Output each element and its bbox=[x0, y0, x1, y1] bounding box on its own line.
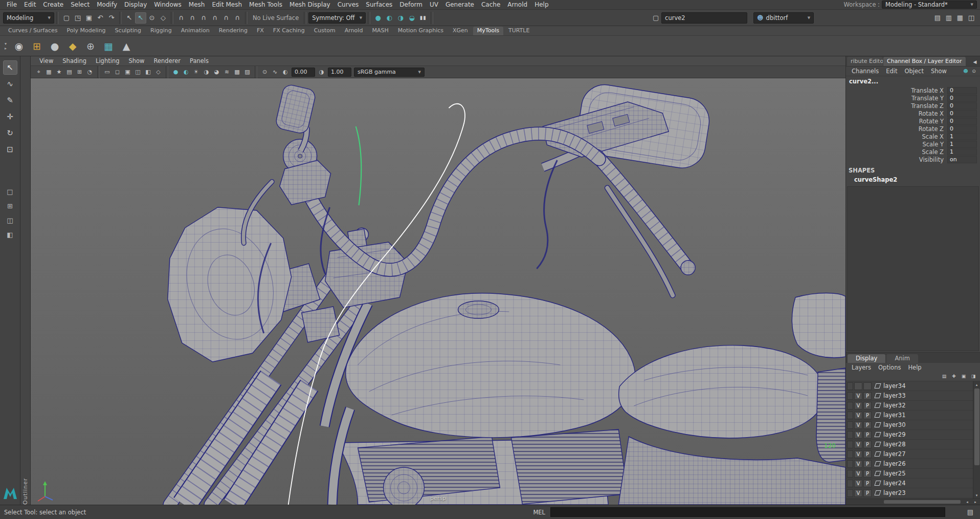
shelf-tab-arnold[interactable]: Arnold bbox=[341, 27, 367, 35]
menu-file[interactable]: File bbox=[3, 0, 20, 9]
layer-visibility-toggle[interactable] bbox=[854, 382, 862, 390]
layer-name[interactable]: layer34 bbox=[883, 382, 905, 390]
shelf-tab-fx[interactable]: FX bbox=[253, 27, 268, 35]
layer-visibility-toggle[interactable]: V bbox=[854, 489, 862, 497]
workspace-selector[interactable]: Modeling - Standard* ▼ bbox=[882, 1, 977, 9]
save-scene-icon[interactable]: ▣ bbox=[83, 12, 95, 24]
layer-visibility-toggle[interactable]: V bbox=[854, 460, 862, 468]
layer-visibility-toggle[interactable]: V bbox=[854, 412, 862, 419]
open-scene-icon[interactable]: ◳ bbox=[72, 12, 83, 24]
layer-current-cell[interactable] bbox=[847, 450, 853, 458]
gamma-toggle-icon[interactable]: ◑ bbox=[317, 67, 326, 77]
layer-playback-toggle[interactable]: P bbox=[863, 480, 872, 487]
channel-row[interactable]: Scale Y 1 bbox=[846, 140, 980, 148]
channel-value[interactable]: 0 bbox=[947, 110, 977, 117]
lasso-tool-button[interactable]: ∿ bbox=[3, 77, 17, 91]
section-collapse-grip[interactable] bbox=[304, 12, 306, 24]
menu-mesh-display[interactable]: Mesh Display bbox=[286, 0, 334, 9]
sidebar-tool-settings-icon[interactable]: ▥ bbox=[943, 12, 954, 24]
render-current-frame-icon[interactable]: ● bbox=[372, 12, 384, 24]
shadows-icon[interactable]: ◑ bbox=[202, 67, 211, 77]
layer-row[interactable]: V P layer23 bbox=[846, 488, 973, 498]
two-d-pan-zoom-icon[interactable]: ⊞ bbox=[75, 67, 84, 77]
layer-playback-toggle[interactable]: P bbox=[863, 402, 872, 409]
layer-swatch-icon[interactable] bbox=[874, 451, 881, 457]
layer-current-cell[interactable] bbox=[847, 431, 853, 439]
layer-menu-layers[interactable]: Layers bbox=[848, 364, 875, 371]
move-layer-icon[interactable]: ◨ bbox=[969, 372, 977, 380]
layer-current-cell[interactable] bbox=[847, 470, 853, 478]
menu-edit[interactable]: Edit bbox=[20, 0, 39, 9]
make-live-icon[interactable]: ∩ bbox=[232, 12, 243, 24]
select-asset-icon[interactable]: ◇ bbox=[158, 12, 169, 24]
pause-viewport-icon[interactable]: ▮▮ bbox=[417, 12, 429, 24]
snap-curve-icon[interactable]: ∩ bbox=[187, 12, 198, 24]
layer-playback-toggle[interactable]: P bbox=[863, 431, 872, 439]
layer-playback-toggle[interactable]: P bbox=[863, 412, 872, 419]
bookmarks-icon[interactable]: ★ bbox=[54, 67, 64, 77]
xray-display-icon[interactable]: ▨ bbox=[242, 67, 252, 77]
channelbox-anim-icon[interactable]: ☻ bbox=[962, 67, 970, 75]
channel-box-menu-show[interactable]: Show bbox=[927, 68, 950, 75]
quick-rename-field[interactable]: curve2 bbox=[661, 12, 747, 24]
channel-row[interactable]: Translate X 0 bbox=[846, 86, 980, 94]
section-collapse-grip[interactable] bbox=[245, 12, 248, 24]
layer-row[interactable]: V P layer27 bbox=[846, 449, 973, 459]
resolution-gate-icon[interactable]: ◻ bbox=[113, 67, 122, 77]
channel-value[interactable]: 1 bbox=[947, 148, 977, 156]
layer-current-cell[interactable] bbox=[847, 441, 853, 448]
layer-row[interactable]: layer34 bbox=[846, 381, 973, 391]
layer-current-cell[interactable] bbox=[847, 480, 853, 487]
view-transform-selector[interactable]: sRGB gamma ▼ bbox=[354, 68, 425, 77]
layer-visibility-toggle[interactable]: V bbox=[854, 480, 862, 487]
shelf-tab-mash[interactable]: MASH bbox=[368, 27, 392, 35]
snap-projected-center-icon[interactable]: ∩ bbox=[209, 12, 220, 24]
shelf-item-5[interactable]: ⊕ bbox=[82, 38, 99, 54]
layer-current-cell[interactable] bbox=[847, 421, 853, 429]
layer-name[interactable]: layer26 bbox=[883, 460, 905, 467]
layer-name[interactable]: layer31 bbox=[883, 412, 905, 419]
exposure-toggle-icon[interactable]: ◐ bbox=[280, 67, 290, 77]
sidebar-attribute-editor-icon[interactable]: ▤ bbox=[932, 12, 943, 24]
curve-display-icon[interactable]: ∿ bbox=[270, 67, 280, 77]
layer-current-cell[interactable] bbox=[847, 489, 853, 497]
layer-current-cell[interactable] bbox=[847, 382, 853, 390]
shelf-tab-fx-caching[interactable]: FX Caching bbox=[269, 27, 309, 35]
select-tool-button[interactable]: ↖ bbox=[3, 60, 17, 75]
channel-value[interactable]: on bbox=[947, 156, 977, 163]
channel-value[interactable]: 0 bbox=[947, 95, 977, 102]
collapse-sidebar-icon[interactable]: ◀ bbox=[971, 58, 979, 66]
channel-value[interactable]: 1 bbox=[947, 133, 977, 140]
shelf-item-4[interactable]: ◆ bbox=[64, 38, 81, 54]
channel-row[interactable]: Rotate X 0 bbox=[846, 110, 980, 117]
outliner-collapsed-panel[interactable]: Outliner bbox=[20, 56, 31, 505]
hscrollbar-thumb[interactable] bbox=[884, 500, 961, 504]
motion-blur-icon[interactable]: ≋ bbox=[222, 67, 232, 77]
shelf-item-1[interactable]: ◉ bbox=[11, 38, 27, 54]
tab-attribute-editor[interactable]: ribute Editor bbox=[847, 57, 883, 66]
layer-current-cell[interactable] bbox=[847, 460, 853, 468]
shelf-item-3[interactable]: ● bbox=[47, 38, 63, 54]
film-gate-icon[interactable]: ▭ bbox=[102, 67, 112, 77]
menu-display[interactable]: Display bbox=[121, 0, 150, 9]
channel-row[interactable]: Translate Y 0 bbox=[846, 94, 980, 102]
channel-value[interactable]: 0 bbox=[947, 87, 977, 94]
layer-tab-display[interactable]: Display bbox=[848, 354, 885, 363]
select-hierarchy-icon[interactable]: ↖ bbox=[124, 12, 135, 24]
single-pane-layout-button[interactable]: □ bbox=[3, 185, 17, 198]
rotate-tool-button[interactable]: ↻ bbox=[3, 126, 17, 140]
layer-row[interactable]: V P layer24 bbox=[846, 479, 973, 488]
command-language-toggle[interactable]: MEL bbox=[531, 509, 547, 516]
scale-tool-button[interactable]: ⊡ bbox=[3, 142, 17, 157]
menu-surfaces[interactable]: Surfaces bbox=[362, 0, 396, 9]
layer-swatch-icon[interactable] bbox=[874, 393, 881, 398]
menu-help[interactable]: Help bbox=[531, 0, 552, 9]
menu-edit-mesh[interactable]: Edit Mesh bbox=[208, 0, 246, 9]
layer-menu-help[interactable]: Help bbox=[904, 364, 925, 371]
layer-row[interactable]: V P layer30 bbox=[846, 420, 973, 430]
menu-modify[interactable]: Modify bbox=[93, 0, 121, 9]
layer-name[interactable]: layer28 bbox=[883, 441, 905, 448]
viewport-canvas[interactable]: .st { stroke:#26267c; stroke-width:1.4; … bbox=[31, 78, 845, 505]
sidebar-channel-box-icon[interactable]: ▦ bbox=[954, 12, 966, 24]
layer-visibility-toggle[interactable]: V bbox=[854, 402, 862, 409]
